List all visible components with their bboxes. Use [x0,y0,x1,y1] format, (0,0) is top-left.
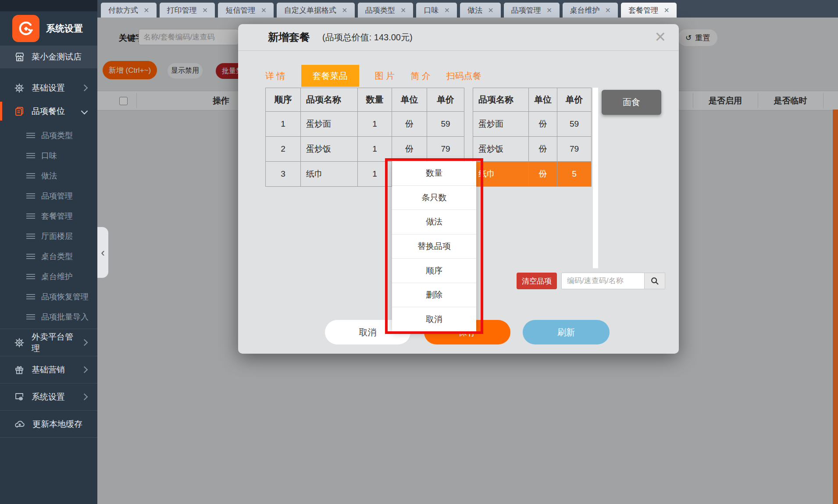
sidebar-item-item-type[interactable]: 品项类型 [0,125,97,146]
search-icon [650,276,660,286]
list-icon [26,234,35,239]
tab-flavor[interactable]: 口味× [416,3,457,18]
tab-item-type[interactable]: 品项类型× [358,3,414,18]
chevron-down-icon [81,108,88,115]
tab-item-management[interactable]: 品项管理× [504,3,560,18]
list-icon [26,254,35,259]
chevron-right-icon [81,85,88,92]
menu-item-delete[interactable]: 删除 [392,283,476,307]
sidebar-item-label: 基础设置 [32,82,65,94]
close-icon[interactable]: × [203,6,208,14]
sidebar-item-label: 系统设置 [32,391,65,403]
tab-method[interactable]: 做法× [460,3,501,18]
sidebar-item-update-local-cache[interactable]: 更新本地缓存 [0,412,97,436]
open-tabs-bar: 付款方式× 打印管理× 短信管理× 自定义单据格式× 品项类型× 口味× 做法×… [97,0,838,18]
list-icon [26,274,35,279]
tab-combo-dishes[interactable]: 套餐菜品 [301,65,359,87]
divider [0,356,97,356]
app-logo [12,15,39,42]
table-row[interactable]: 1 蛋炒面 1 份 59 [266,112,464,137]
documents-icon [14,106,25,117]
sidebar-item-system-settings[interactable]: 系统设置 [0,385,97,408]
app-window: 关键字: ↺ 重置 新增 (Ctrl+~) 显示禁用 批量禁用 操作 是否启用 … [0,0,838,504]
tab-payment-method[interactable]: 付款方式× [101,3,157,18]
divider [0,410,97,411]
close-icon[interactable]: × [342,6,347,14]
tab-combo-management[interactable]: 套餐管理× [621,3,677,18]
store-icon [14,51,25,63]
refresh-button[interactable]: 刷新 [523,320,610,344]
gear-icon [14,83,25,93]
tab-sms-management[interactable]: 短信管理× [218,3,274,18]
tab-scan-order[interactable]: 扫码点餐 [446,65,481,87]
close-icon[interactable]: × [606,6,611,14]
sidebar-item-item-batch-import[interactable]: 品项批量导入 [0,307,97,327]
cloud-icon [14,419,25,430]
close-icon[interactable]: × [664,6,669,14]
list-icon [26,173,35,178]
gift-icon [14,365,25,375]
close-icon[interactable]: × [261,6,266,14]
sidebar-item-delivery-platform[interactable]: 外卖平台管理 [0,331,97,354]
close-icon[interactable]: × [488,6,493,14]
sidebar-item-table-maintenance[interactable]: 桌台维护 [0,266,97,287]
app-title: 系统设置 [46,22,83,35]
tab-custom-receipt-format[interactable]: 自定义单据格式× [277,3,355,18]
sidebar-item-flavor[interactable]: 口味 [0,146,97,166]
table-row-selected[interactable]: 纸巾 份 5 [473,162,592,187]
sidebar-item-floor[interactable]: 厅面楼层 [0,226,97,246]
close-icon[interactable]: × [655,28,666,46]
list-icon [26,314,35,319]
table-row[interactable]: 蛋炒饭 份 79 [473,137,592,162]
dialog-title: 新增套餐 [268,30,310,44]
sidebar-top-strip [0,0,97,11]
sidebar-subnav: 品项类型 口味 做法 品项管理 套餐管理 厅面楼层 桌台类型 桌台维护 品项恢复… [0,125,97,327]
sidebar-item-item-recovery[interactable]: 品项恢复管理 [0,287,97,307]
sidebar-item-basic-settings[interactable]: 基础设置 [0,76,97,99]
sidebar-item-table-type[interactable]: 桌台类型 [0,246,97,266]
sidebar-item-label: 外卖平台管理 [32,331,75,354]
table-header-row: 顺序 品项名称 数量 单位 单价 [266,88,464,112]
menu-item-replace-item[interactable]: 替换品项 [392,234,476,259]
close-icon[interactable]: × [444,6,449,14]
chevron-right-icon [81,394,88,401]
menu-item-piece-count[interactable]: 条只数 [392,185,476,210]
sidebar-item-label: 基础营销 [32,364,65,376]
sidebar-item-combo-management[interactable]: 套餐管理 [0,206,97,226]
item-search-input[interactable] [561,273,645,289]
tab-picture[interactable]: 图 片 [375,65,395,87]
sidebar-item-item-seating[interactable]: 品项餐位 [0,99,97,123]
sidebar-item-label: 品项餐位 [32,106,65,117]
divider [0,383,97,383]
table-row[interactable]: 2 蛋炒饭 1 份 79 [266,137,464,162]
tab-table-maintenance[interactable]: 桌台维护× [563,3,618,18]
table-row[interactable]: 蛋炒面 份 59 [473,112,592,137]
search-button[interactable] [645,273,665,289]
dialog-tabs: 详 情 套餐菜品 图 片 简 介 扫码点餐 [265,65,481,87]
gear-icon [14,337,25,348]
menu-item-cancel[interactable]: 取消 [392,307,476,331]
tab-introduction[interactable]: 简 介 [410,65,431,87]
category-scrollbar[interactable] [593,88,598,268]
dialog-header: 新增套餐 (品项总价值: 143.00元) [238,24,679,51]
monitor-gear-icon [14,392,25,402]
category-button-noodles[interactable]: 面食 [602,90,661,115]
close-icon[interactable]: × [401,6,406,14]
menu-item-quantity[interactable]: 数量 [392,161,476,185]
sidebar-collapse-handle[interactable]: ‹ [97,227,108,278]
brand-icon [17,20,35,37]
sidebar-item-item-management[interactable]: 品项管理 [0,186,97,206]
sidebar-item-label: 更新本地缓存 [32,419,82,430]
menu-item-order[interactable]: 顺序 [392,258,476,283]
menu-item-method[interactable]: 做法 [392,209,476,234]
tab-print-management[interactable]: 打印管理× [160,3,215,18]
sidebar-item-method[interactable]: 做法 [0,166,97,186]
close-icon[interactable]: × [547,6,552,14]
chevron-right-icon [81,366,88,373]
close-icon[interactable]: × [144,6,149,14]
sidebar-item-basic-marketing[interactable]: 基础营销 [0,358,97,381]
store-selector[interactable]: 菜小金测试店 [0,46,97,68]
item-search [561,273,665,289]
clear-items-button[interactable]: 清空品项 [517,273,557,289]
tab-details[interactable]: 详 情 [265,65,285,87]
